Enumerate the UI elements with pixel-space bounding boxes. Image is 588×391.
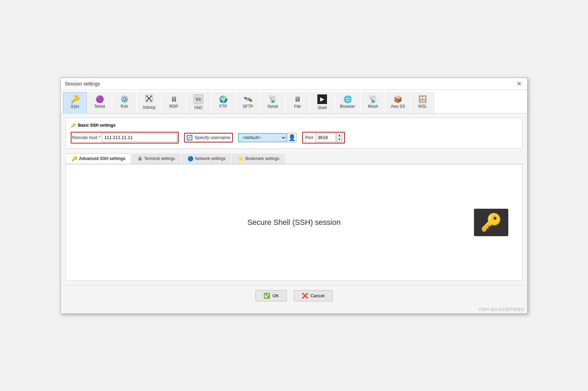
tab-file[interactable]: 🖥 File bbox=[285, 92, 309, 113]
remote-host-box: Remote host * bbox=[71, 132, 179, 143]
port-box: Port ▲ ▼ bbox=[302, 132, 345, 143]
ssh-icon: 🔑 bbox=[70, 95, 80, 103]
tab-rdp-label: RDP bbox=[169, 104, 178, 109]
remote-host-inner: Remote host * bbox=[72, 133, 177, 142]
ftp-icon: 🌍 bbox=[219, 96, 228, 103]
remote-host-label: Remote host * bbox=[72, 135, 100, 140]
rsh-icon: ⚙️ bbox=[120, 96, 129, 103]
vnc-icon: Vc bbox=[194, 94, 203, 104]
sub-tab-terminal-label: Terminal settings bbox=[144, 156, 175, 161]
panel-center: Secure Shell (SSH) session bbox=[247, 218, 340, 227]
tab-telnet[interactable]: 🟣 Telnet bbox=[88, 92, 112, 113]
file-icon: 🖥 bbox=[294, 96, 301, 103]
tab-vnc[interactable]: Vc VNC bbox=[186, 92, 211, 113]
tab-mosh-label: Mosh bbox=[368, 104, 378, 109]
cancel-icon: ❌ bbox=[302, 292, 308, 299]
title-bar: Session settings ✕ bbox=[61, 78, 527, 90]
window-title: Session settings bbox=[65, 81, 100, 87]
session-settings-window: Session settings ✕ 🔑 SSH 🟣 Telnet ⚙️ Rsh bbox=[60, 78, 528, 314]
tab-ftp-label: FTP bbox=[219, 104, 227, 109]
username-select[interactable]: <default> bbox=[238, 133, 286, 142]
remote-host-input[interactable] bbox=[102, 133, 177, 142]
ok-icon: ✅ bbox=[263, 292, 270, 299]
telnet-icon: 🟣 bbox=[95, 96, 104, 103]
cancel-button[interactable]: ❌ Cancel bbox=[294, 290, 332, 301]
specify-username-box: Specify username bbox=[184, 133, 233, 142]
basic-settings-title: 🔑 Basic SSH settings bbox=[71, 123, 517, 128]
port-label: Port bbox=[305, 135, 313, 140]
rdp-icon: 🖥 bbox=[170, 96, 177, 103]
xdmcp-icon bbox=[145, 94, 153, 104]
sub-tab-bookmark-label: Bookmark settings bbox=[245, 156, 279, 161]
protocol-bar: 🔑 SSH 🟣 Telnet ⚙️ Rsh Xdmcp 🖥 bbox=[61, 90, 527, 114]
tab-ssh[interactable]: 🔑 SSH bbox=[63, 92, 87, 113]
tab-xdmcp-label: Xdmcp bbox=[143, 105, 155, 110]
aws-s3-icon: 📦 bbox=[394, 96, 402, 103]
avatar-button[interactable]: 👤 bbox=[287, 133, 297, 142]
tab-wsl-label: WSL bbox=[418, 104, 427, 109]
tab-file-label: File bbox=[294, 104, 301, 109]
tab-sftp[interactable]: 🛰️ SFTP bbox=[236, 92, 260, 113]
tab-sftp-label: SFTP bbox=[243, 104, 253, 109]
avatar-icon: 👤 bbox=[288, 134, 296, 141]
main-panel: Secure Shell (SSH) session 🔑 bbox=[66, 164, 522, 281]
sub-tab-advanced-ssh-label: Advanced SSH settings bbox=[79, 156, 125, 161]
fields-row: Remote host * Specify username <default>… bbox=[71, 132, 517, 143]
ok-button[interactable]: ✅ OK bbox=[256, 290, 287, 301]
port-spinner: ▲ ▼ bbox=[337, 133, 342, 142]
tab-wsl[interactable]: 🪟 WSL bbox=[410, 92, 434, 113]
shell-icon: ▶ bbox=[317, 94, 327, 104]
tab-ftp[interactable]: 🌍 FTP bbox=[211, 92, 235, 113]
tab-shell-label: Shell bbox=[318, 105, 327, 110]
main-content: 🔑 Basic SSH settings Remote host * Speci… bbox=[61, 114, 527, 285]
tab-mosh[interactable]: 📡 Mosh bbox=[361, 92, 385, 113]
network-icon: 🔵 bbox=[188, 156, 193, 161]
specify-username-label: Specify username bbox=[194, 135, 230, 140]
tab-rsh-label: Rsh bbox=[121, 104, 128, 109]
tab-aws-s3[interactable]: 📦 Aws S3 bbox=[386, 92, 410, 113]
tab-rdp[interactable]: 🖥 RDP bbox=[162, 92, 186, 113]
key-icon: 🔑 bbox=[480, 212, 502, 232]
tab-telnet-label: Telnet bbox=[94, 104, 105, 109]
bookmark-icon: ⭐ bbox=[238, 156, 244, 161]
port-input[interactable] bbox=[315, 133, 336, 142]
close-button[interactable]: ✕ bbox=[515, 81, 523, 87]
sub-tab-bookmark[interactable]: ⭐ Bookmark settings bbox=[232, 153, 285, 164]
ssh-big-icon: 🔑 bbox=[474, 209, 508, 236]
username-dropdown-wrap: <default> 👤 bbox=[238, 133, 297, 142]
sub-tab-terminal[interactable]: 🖥 Terminal settings bbox=[132, 153, 181, 164]
watermark: CSDN @白马长枪不快也光 bbox=[61, 306, 527, 313]
basic-settings-box: 🔑 Basic SSH settings Remote host * Speci… bbox=[66, 118, 522, 149]
advanced-ssh-icon: 🔑 bbox=[71, 156, 77, 161]
tab-ssh-label: SSH bbox=[71, 104, 79, 109]
terminal-icon: 🖥 bbox=[138, 156, 143, 161]
tab-vnc-label: VNC bbox=[194, 105, 203, 110]
port-up-button[interactable]: ▲ bbox=[337, 134, 342, 138]
browser-icon: 🌐 bbox=[343, 96, 352, 103]
tab-xdmcp[interactable]: Xdmcp bbox=[137, 92, 161, 113]
tab-browser[interactable]: 🌐 Browser bbox=[335, 92, 360, 113]
sftp-icon: 🛰️ bbox=[244, 96, 252, 103]
sub-tab-network[interactable]: 🔵 Network settings bbox=[182, 153, 231, 164]
footer: ✅ OK ❌ Cancel bbox=[61, 285, 527, 306]
serial-icon: 📡 bbox=[269, 96, 277, 103]
wsl-icon: 🪟 bbox=[418, 96, 427, 103]
tab-serial[interactable]: 📡 Serial bbox=[261, 92, 285, 113]
port-input-wrap: ▲ ▼ bbox=[315, 133, 342, 142]
specify-username-checkbox[interactable] bbox=[187, 135, 192, 140]
cancel-label: Cancel bbox=[310, 293, 324, 298]
tab-aws-s3-label: Aws S3 bbox=[391, 104, 405, 109]
sub-tab-network-label: Network settings bbox=[195, 156, 226, 161]
basic-settings-key-icon: 🔑 bbox=[71, 123, 76, 128]
ok-label: OK bbox=[272, 293, 279, 298]
tab-browser-label: Browser bbox=[340, 104, 355, 109]
port-down-button[interactable]: ▼ bbox=[337, 138, 342, 142]
tab-serial-label: Serial bbox=[268, 104, 278, 109]
panel-description: Secure Shell (SSH) session bbox=[247, 218, 340, 227]
sub-tab-advanced-ssh[interactable]: 🔑 Advanced SSH settings bbox=[66, 153, 131, 164]
sub-tabs: 🔑 Advanced SSH settings 🖥 Terminal setti… bbox=[66, 153, 522, 164]
tab-shell[interactable]: ▶ Shell bbox=[310, 92, 334, 113]
tab-rsh[interactable]: ⚙️ Rsh bbox=[112, 92, 136, 113]
mosh-icon: 📡 bbox=[369, 96, 377, 103]
